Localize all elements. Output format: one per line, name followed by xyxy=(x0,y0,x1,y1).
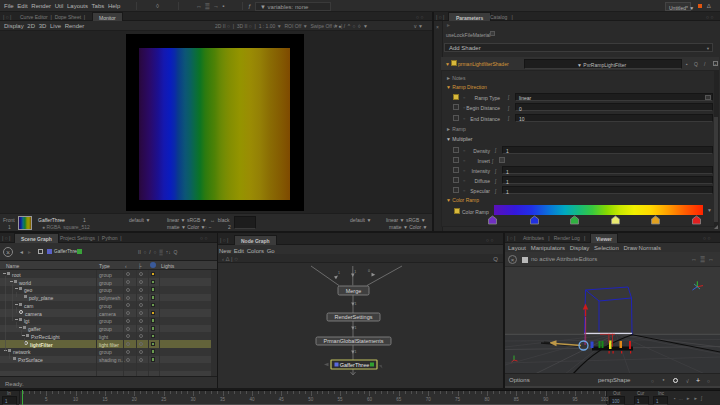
svg-text:Merge: Merge xyxy=(346,288,362,294)
svg-text:1: 1 xyxy=(355,326,357,330)
svg-text:1: 1 xyxy=(355,302,357,306)
svg-text:0: 0 xyxy=(368,269,370,273)
svg-text:1: 1 xyxy=(354,270,356,274)
svg-text:1: 1 xyxy=(338,271,340,275)
svg-text:PrmanGlobalStatements: PrmanGlobalStatements xyxy=(324,338,384,344)
svg-text:GafferThree: GafferThree xyxy=(340,362,370,368)
svg-text:RenderSettings: RenderSettings xyxy=(335,314,373,320)
svg-text:1: 1 xyxy=(355,350,357,354)
